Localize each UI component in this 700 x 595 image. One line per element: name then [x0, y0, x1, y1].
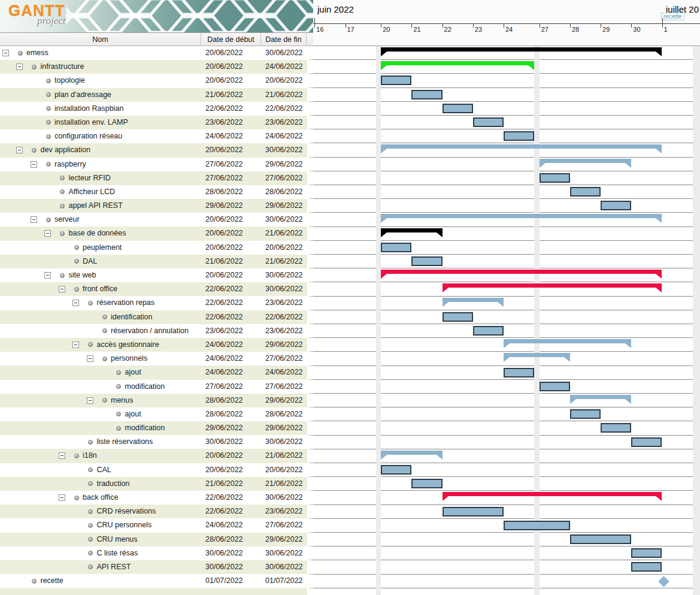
task-bar[interactable]	[570, 187, 601, 197]
table-row[interactable]: topologie20/06/202220/06/2022	[0, 74, 307, 87]
summary-bar-blue[interactable]	[381, 451, 442, 461]
day-label: 28	[572, 26, 579, 33]
row-boundary-mark	[309, 532, 313, 533]
table-row[interactable]: front office22/06/202230/06/2022	[0, 282, 307, 296]
summary-bar-blue[interactable]	[504, 339, 631, 349]
collapse-toggle-icon[interactable]	[16, 147, 23, 153]
task-bar[interactable]	[443, 104, 473, 113]
table-row[interactable]: installation Raspbian22/06/202222/06/202…	[0, 102, 307, 116]
summary-bar-red[interactable]	[443, 283, 662, 294]
task-bar[interactable]	[540, 173, 570, 183]
column-header-name[interactable]: Nom	[0, 33, 201, 46]
collapse-toggle-icon[interactable]	[59, 286, 65, 292]
collapse-toggle-icon[interactable]	[87, 397, 93, 404]
summary-bar-blue[interactable]	[570, 395, 631, 405]
table-row[interactable]: infrastructure20/06/202224/06/2022	[0, 60, 307, 74]
task-bullet-icon	[88, 509, 93, 514]
task-bar[interactable]	[570, 409, 601, 419]
table-row[interactable]: recette01/07/202201/07/2022	[0, 574, 307, 588]
table-row[interactable]: identification22/06/202222/06/2022	[0, 310, 307, 324]
table-row[interactable]: modification27/06/202227/06/2022	[0, 380, 307, 394]
table-row[interactable]: ajout28/06/202228/06/2022	[0, 407, 307, 421]
gantt-chart-area[interactable]	[313, 46, 700, 595]
table-row[interactable]: serveur20/06/202230/06/2022	[0, 213, 307, 226]
table-row[interactable]: réservation / annulation23/06/202223/06/…	[0, 324, 307, 338]
table-row[interactable]: C liste résas30/06/202230/06/2022	[0, 546, 307, 560]
table-row[interactable]: traduction21/06/202221/06/2022	[0, 477, 307, 491]
table-row[interactable]: plan d'adressage21/06/202221/06/2022	[0, 88, 307, 102]
collapse-toggle-icon[interactable]	[44, 230, 51, 237]
table-row[interactable]: ajout24/06/202224/06/2022	[0, 366, 307, 379]
task-bar[interactable]	[631, 437, 662, 447]
summary-bar-blue[interactable]	[381, 214, 662, 224]
task-bar[interactable]	[570, 534, 631, 544]
summary-bar-black[interactable]	[381, 47, 662, 58]
task-bar[interactable]	[540, 382, 570, 391]
table-row[interactable]: configuration réseau24/06/202224/06/2022	[0, 129, 307, 143]
table-row[interactable]: installation env. LAMP23/06/202223/06/20…	[0, 116, 307, 129]
task-bar[interactable]	[443, 312, 473, 322]
table-row[interactable]: DAL21/06/202221/06/2022	[0, 255, 307, 268]
task-bar[interactable]	[631, 562, 662, 572]
task-bar[interactable]	[601, 423, 631, 433]
table-row[interactable]: liste réservations30/06/202230/06/2022	[0, 435, 307, 449]
collapse-toggle-icon[interactable]	[59, 452, 65, 459]
table-row[interactable]: appel API REST29/06/202229/06/2022	[0, 199, 307, 213]
task-bar[interactable]	[443, 507, 504, 517]
task-name: CRD réservations	[97, 505, 156, 518]
table-row[interactable]: dev application20/06/202230/06/2022	[0, 143, 307, 157]
collapse-toggle-icon[interactable]	[87, 355, 93, 362]
collapse-toggle-icon[interactable]	[44, 272, 51, 279]
table-row[interactable]: i18n20/06/202221/06/2022	[0, 449, 307, 463]
table-row[interactable]: Afficheur LCD28/06/202228/06/2022	[0, 185, 307, 199]
table-row[interactable]: CRD réservations22/06/202223/06/2022	[0, 505, 307, 518]
table-row[interactable]: site web20/06/202230/06/2022	[0, 268, 307, 282]
table-row[interactable]: CAL20/06/202220/06/2022	[0, 463, 307, 477]
summary-bar-green[interactable]	[381, 61, 534, 71]
table-row[interactable]: back office22/06/202230/06/2022	[0, 491, 307, 505]
collapse-toggle-icon[interactable]	[16, 64, 23, 70]
summary-bar-red[interactable]	[443, 492, 662, 502]
collapse-toggle-icon[interactable]	[31, 216, 37, 223]
summary-bar-blue[interactable]	[540, 159, 632, 169]
task-bar[interactable]	[504, 521, 570, 530]
collapse-toggle-icon[interactable]	[2, 50, 9, 56]
summary-bar-black[interactable]	[381, 228, 442, 238]
collapse-toggle-icon[interactable]	[31, 161, 37, 168]
table-row[interactable]: peuplement20/06/202220/06/2022	[0, 241, 307, 255]
table-row[interactable]: personnels24/06/202227/06/2022	[0, 352, 307, 366]
task-bar[interactable]	[411, 90, 442, 99]
summary-bar-blue[interactable]	[443, 298, 504, 308]
collapse-toggle-icon[interactable]	[72, 342, 79, 348]
task-bar[interactable]	[504, 368, 534, 377]
milestone-diamond[interactable]	[658, 576, 669, 587]
summary-bar-red[interactable]	[381, 270, 662, 280]
table-row[interactable]: base de données20/06/202221/06/2022	[0, 226, 307, 240]
table-row[interactable]: modification29/06/202229/06/2022	[0, 421, 307, 435]
table-row[interactable]: emess20/06/202230/06/2022	[0, 46, 307, 60]
table-row[interactable]: accès gestionnaire24/06/202229/06/2022	[0, 338, 307, 352]
task-bar[interactable]	[473, 326, 504, 336]
table-row[interactable]: CRU personnels24/06/202227/06/2022	[0, 518, 307, 532]
table-row[interactable]: API REST30/06/202230/06/2022	[0, 560, 307, 574]
summary-bar-blue[interactable]	[504, 353, 570, 363]
summary-bar-blue[interactable]	[381, 144, 662, 155]
column-header-end-date[interactable]: Date de fin	[261, 33, 307, 46]
task-bar[interactable]	[601, 201, 631, 210]
collapse-toggle-icon[interactable]	[59, 494, 65, 501]
collapse-toggle-icon[interactable]	[72, 300, 79, 306]
column-header-start-date[interactable]: Date de début	[201, 33, 261, 46]
table-row[interactable]: réservation repas22/06/202223/06/2022	[0, 296, 307, 310]
table-row[interactable]: raspberry27/06/202229/06/2022	[0, 158, 307, 171]
task-bar[interactable]	[411, 479, 442, 488]
task-bar[interactable]	[504, 131, 534, 141]
task-bar[interactable]	[381, 75, 411, 85]
table-row[interactable]: CRU menus28/06/202229/06/2022	[0, 533, 307, 546]
task-bar[interactable]	[381, 465, 411, 475]
task-bar[interactable]	[473, 117, 504, 127]
task-bar[interactable]	[411, 256, 442, 266]
task-bar[interactable]	[631, 548, 662, 558]
table-row[interactable]: lecteur RFID27/06/202227/06/2022	[0, 171, 307, 185]
table-row[interactable]: menus28/06/202229/06/2022	[0, 394, 307, 407]
task-bar[interactable]	[381, 243, 411, 252]
